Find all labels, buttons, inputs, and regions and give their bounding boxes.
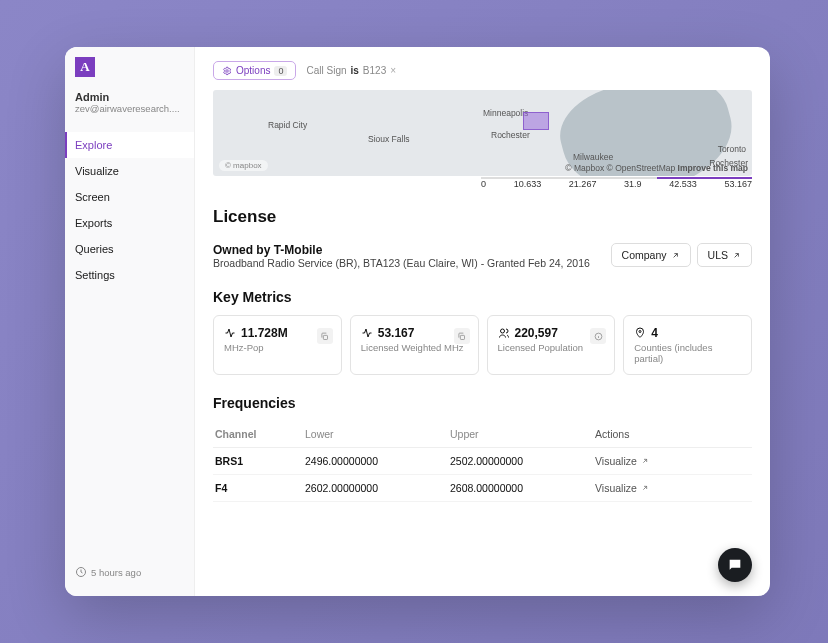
- activity-icon: [224, 327, 236, 339]
- clock-icon: [75, 566, 87, 578]
- nav-explore[interactable]: Explore: [65, 132, 194, 158]
- nav-queries[interactable]: Queries: [65, 236, 194, 262]
- cell-upper: 2502.00000000: [450, 455, 595, 467]
- map-label-minneapolis: Minneapolis: [483, 108, 528, 118]
- col-lower: Lower: [305, 428, 450, 440]
- nav-exports[interactable]: Exports: [65, 210, 194, 236]
- nav-screen[interactable]: Screen: [65, 184, 194, 210]
- scale-tick: 0: [481, 179, 486, 189]
- table-row: F4 2602.00000000 2608.00000000 Visualize: [213, 475, 752, 502]
- svg-point-6: [639, 331, 641, 333]
- main-content: Options 0 Call Sign is B123 × Minneapoli…: [195, 47, 770, 596]
- map-label-rochester: Rochester: [491, 130, 530, 140]
- scale-tick: 21.267: [569, 179, 597, 189]
- metric-value: 4: [651, 326, 658, 340]
- chat-icon: [727, 557, 743, 573]
- key-metrics-heading: Key Metrics: [213, 289, 752, 305]
- visualize-label: Visualize: [595, 482, 637, 494]
- app-logo[interactable]: A: [75, 57, 95, 77]
- license-actions: Company ULS: [611, 243, 752, 267]
- gear-icon: [222, 66, 232, 76]
- map[interactable]: Minneapolis Rochester Milwaukee Sioux Fa…: [213, 90, 752, 176]
- copy-icon: [320, 332, 329, 341]
- map-attr-mapbox[interactable]: © Mapbox: [565, 163, 604, 173]
- map-attr-osm[interactable]: © OpenStreetMap: [607, 163, 676, 173]
- nav-visualize[interactable]: Visualize: [65, 158, 194, 184]
- svg-point-1: [226, 69, 229, 72]
- external-link-icon: [641, 457, 649, 465]
- external-link-icon: [641, 484, 649, 492]
- metric-label: Licensed Weighted MHz: [361, 342, 468, 353]
- visualize-link[interactable]: Visualize: [595, 455, 750, 467]
- app-window: A Admin zev@airwaveresearch.... Explore …: [65, 47, 770, 596]
- metric-counties: 4 Counties (includes partial): [623, 315, 752, 375]
- cell-channel: BRS1: [215, 455, 305, 467]
- metric-value: 11.728M: [241, 326, 288, 340]
- options-count: 0: [274, 66, 287, 76]
- map-label-milwaukee: Milwaukee: [573, 152, 613, 162]
- nav: Explore Visualize Screen Exports Queries…: [65, 132, 194, 558]
- scale-tick: 31.9: [624, 179, 642, 189]
- external-link-icon: [671, 251, 680, 260]
- map-label-toronto: Toronto: [718, 144, 746, 154]
- frequencies-heading: Frequencies: [213, 395, 752, 411]
- col-upper: Upper: [450, 428, 595, 440]
- filter-chip[interactable]: Call Sign is B123 ×: [306, 65, 396, 76]
- sidebar: A Admin zev@airwaveresearch.... Explore …: [65, 47, 195, 596]
- metric-value: 53.167: [378, 326, 415, 340]
- nav-settings[interactable]: Settings: [65, 262, 194, 288]
- cell-upper: 2608.00000000: [450, 482, 595, 494]
- visualize-link[interactable]: Visualize: [595, 482, 750, 494]
- table-header: Channel Lower Upper Actions: [213, 421, 752, 448]
- scale-tick: 10.633: [514, 179, 542, 189]
- scale-bar: [481, 177, 752, 179]
- last-updated-text: 5 hours ago: [91, 567, 141, 578]
- company-button[interactable]: Company: [611, 243, 691, 267]
- metric-population: 220,597 Licensed Population: [487, 315, 616, 375]
- map-highlight: [523, 112, 549, 130]
- users-icon: [498, 327, 510, 339]
- owner-description: Broadband Radio Service (BR), BTA123 (Ea…: [213, 257, 590, 269]
- filter-value: B123: [363, 65, 386, 76]
- last-updated: 5 hours ago: [65, 558, 194, 586]
- activity-icon: [361, 327, 373, 339]
- scale-tick: 53.167: [724, 179, 752, 189]
- col-channel: Channel: [215, 428, 305, 440]
- external-link-icon: [732, 251, 741, 260]
- cell-lower: 2496.00000000: [305, 455, 450, 467]
- toolbar: Options 0 Call Sign is B123 ×: [213, 61, 752, 80]
- map-scale: 0 10.633 21.267 31.9 42.533 53.167: [213, 179, 752, 189]
- chat-widget[interactable]: [718, 548, 752, 582]
- mapbox-badge: © mapbox: [219, 160, 268, 171]
- map-improve-link[interactable]: Improve this map: [678, 163, 748, 173]
- metric-value: 220,597: [515, 326, 558, 340]
- filter-remove-icon[interactable]: ×: [390, 65, 396, 76]
- user-email: zev@airwaveresearch....: [75, 103, 184, 114]
- cell-lower: 2602.00000000: [305, 482, 450, 494]
- owner-name: Owned by T-Mobile: [213, 243, 590, 257]
- table-row: BRS1 2496.00000000 2502.00000000 Visuali…: [213, 448, 752, 475]
- visualize-label: Visualize: [595, 455, 637, 467]
- metric-mhzpop: 11.728M MHz-Pop: [213, 315, 342, 375]
- frequencies-table: Channel Lower Upper Actions BRS1 2496.00…: [213, 421, 752, 502]
- pin-icon: [634, 327, 646, 339]
- uls-button-label: ULS: [708, 249, 728, 261]
- map-label-sioux-falls: Sioux Falls: [368, 134, 410, 144]
- license-heading: License: [213, 207, 752, 227]
- uls-button[interactable]: ULS: [697, 243, 752, 267]
- copy-button[interactable]: [317, 328, 333, 344]
- copy-button[interactable]: [454, 328, 470, 344]
- info-button[interactable]: [590, 328, 606, 344]
- scale-tick: 42.533: [669, 179, 697, 189]
- options-label: Options: [236, 65, 270, 76]
- filter-field: Call Sign: [306, 65, 346, 76]
- metric-label: Counties (includes partial): [634, 342, 741, 364]
- filter-op: is: [351, 65, 359, 76]
- info-icon: [594, 332, 603, 341]
- options-button[interactable]: Options 0: [213, 61, 296, 80]
- svg-rect-3: [460, 335, 464, 339]
- copy-icon: [457, 332, 466, 341]
- svg-point-4: [500, 329, 504, 333]
- user-block[interactable]: Admin zev@airwaveresearch....: [65, 91, 194, 132]
- col-actions: Actions: [595, 428, 750, 440]
